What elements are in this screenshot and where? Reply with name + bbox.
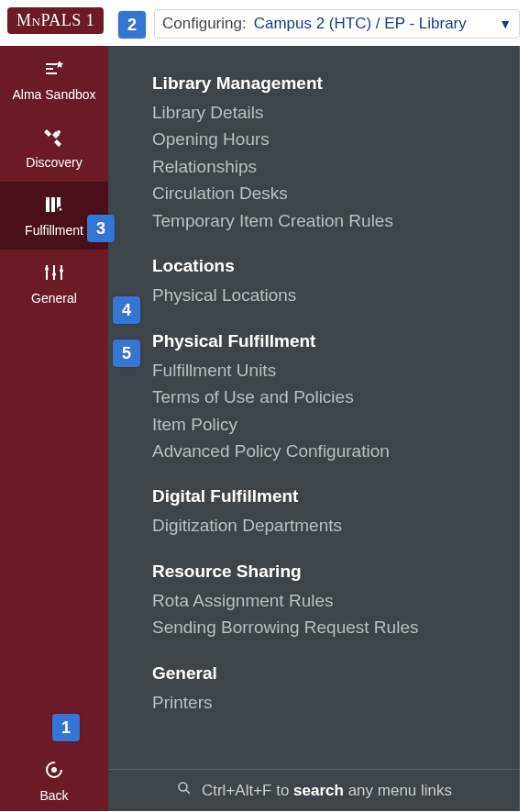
search-hint-text: Ctrl+Alt+F to search any menu links <box>202 782 452 800</box>
menu-link[interactable]: Opening Hours <box>152 126 520 152</box>
svg-point-2 <box>45 267 49 271</box>
sidebar: Alma Sandbox Discovery Fulfillment Gener… <box>0 46 108 811</box>
menu-section-title: Digital Fulfillment <box>152 486 520 506</box>
menu-link[interactable]: Rota Assignment Rules <box>152 587 520 614</box>
menu-section-title: Physical Fulfillment <box>152 331 520 351</box>
sidebar-item-label: Back <box>39 788 68 803</box>
sidebar-item-label: Alma Sandbox <box>12 87 95 102</box>
configuring-value: Campus 2 (HTC) / EP - Library <box>254 15 493 33</box>
sidebar-item-label: Discovery <box>26 155 82 170</box>
menu-link[interactable]: Printers <box>152 689 520 716</box>
menu-link[interactable]: Circulation Desks <box>152 180 520 206</box>
menu-link[interactable]: Terms of Use and Policies <box>152 384 520 410</box>
svg-point-0 <box>57 130 61 134</box>
configuring-selector[interactable]: Configuring: Campus 2 (HTC) / EP - Libra… <box>154 9 520 39</box>
svg-point-6 <box>179 783 187 791</box>
annotation-badge-4: 4 <box>113 296 140 324</box>
sidebar-item-back[interactable]: Back <box>0 751 108 811</box>
menu-link[interactable]: Digitization Departments <box>152 512 520 539</box>
sidebar-item-label: General <box>31 291 77 306</box>
search-hint[interactable]: Ctrl+Alt+F to search any menu links <box>108 769 520 811</box>
menu-link[interactable]: Fulfillment Units <box>152 357 520 384</box>
menu-link[interactable]: Physical Locations <box>152 282 520 308</box>
sidebar-item-alma-sandbox[interactable]: Alma Sandbox <box>0 46 108 114</box>
sliders-icon <box>43 261 65 287</box>
top-bar: MnPALS 1 Configuring: Campus 2 (HTC) / E… <box>0 0 529 46</box>
menu-section: Library ManagementLibrary DetailsOpening… <box>152 73 520 234</box>
menu-section-title: Locations <box>152 256 520 276</box>
svg-point-3 <box>52 273 56 276</box>
library-gear-icon <box>43 194 65 219</box>
search-icon <box>176 780 193 801</box>
sidebar-item-label: Fulfillment <box>25 223 83 238</box>
flyout-panel: Library ManagementLibrary DetailsOpening… <box>108 46 520 811</box>
satellite-icon <box>43 126 65 151</box>
annotation-badge-2: 2 <box>118 11 146 39</box>
annotation-badge-1: 1 <box>52 714 80 741</box>
menu-section: Physical FulfillmentFulfillment UnitsTer… <box>152 331 520 465</box>
sidebar-item-general[interactable]: General <box>0 250 108 317</box>
menu-section-title: Library Management <box>152 73 520 94</box>
svg-point-5 <box>51 767 57 773</box>
menu-link[interactable]: Temporary Item Creation Rules <box>152 207 520 234</box>
back-gear-icon <box>43 759 65 784</box>
annotation-badge-5: 5 <box>113 339 140 367</box>
sliders-star-icon <box>43 58 65 83</box>
sidebar-item-discovery[interactable]: Discovery <box>0 114 108 182</box>
chevron-down-icon: ▼ <box>499 17 512 31</box>
menu-link[interactable]: Relationships <box>152 153 520 180</box>
app-logo: MnPALS 1 <box>7 7 104 34</box>
menu-link[interactable]: Sending Borrowing Request Rules <box>152 614 520 640</box>
menu-section: Resource SharingRota Assignment RulesSen… <box>152 562 520 641</box>
menu-link[interactable]: Library Details <box>152 99 520 126</box>
menu-link[interactable]: Item Policy <box>152 411 520 438</box>
menu-link[interactable]: Advanced Policy Configuration <box>152 438 520 464</box>
annotation-badge-3: 3 <box>87 215 115 242</box>
menu-section-title: Resource Sharing <box>152 562 520 582</box>
menu-section: Digital FulfillmentDigitization Departme… <box>152 486 520 539</box>
configuring-label: Configuring: <box>162 15 247 33</box>
menu-section-title: General <box>152 663 520 684</box>
menu-section: LocationsPhysical Locations <box>152 256 520 308</box>
menu-section: GeneralPrinters <box>152 663 520 716</box>
svg-point-4 <box>60 269 63 273</box>
